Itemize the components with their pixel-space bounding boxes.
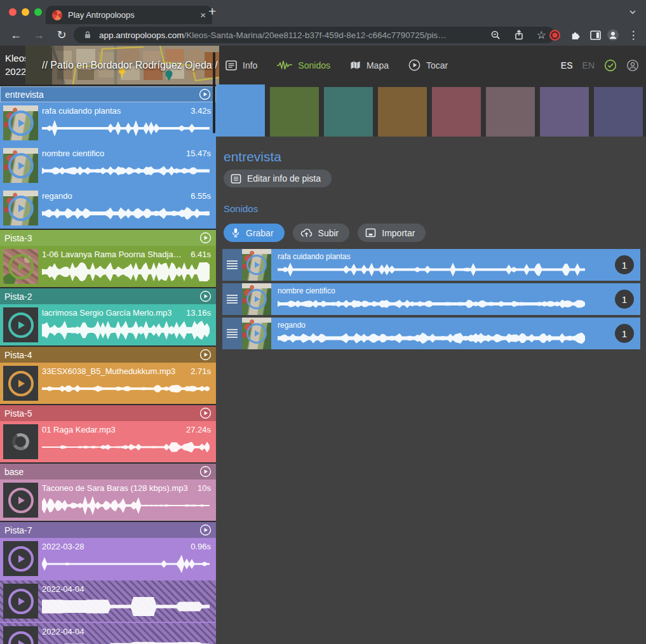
sound-waveform[interactable] bbox=[42, 596, 211, 617]
sound-thumbnail[interactable] bbox=[3, 584, 38, 619]
reload-button[interactable]: ↻ bbox=[53, 24, 70, 46]
close-window-button[interactable] bbox=[9, 8, 17, 16]
drag-handle[interactable] bbox=[222, 283, 242, 315]
track-play-icon[interactable] bbox=[199, 290, 212, 302]
browser-menu-icon[interactable]: ⋮ bbox=[626, 24, 640, 46]
sound-waveform[interactable] bbox=[42, 379, 211, 399]
track-play-icon[interactable] bbox=[199, 466, 212, 478]
track-play-icon[interactable] bbox=[199, 407, 212, 419]
track-header[interactable]: Pista-2 bbox=[0, 288, 216, 304]
track-play-icon[interactable] bbox=[199, 349, 212, 361]
play-overlay[interactable] bbox=[3, 191, 38, 225]
track-play-icon[interactable] bbox=[199, 232, 212, 244]
sound-waveform[interactable] bbox=[42, 118, 211, 138]
sound-item[interactable]: Taconeo de Sara Baras (128 kbps).mp3 10s bbox=[0, 480, 216, 521]
tab-mapa[interactable]: Mapa bbox=[350, 60, 389, 70]
drag-handle[interactable] bbox=[222, 249, 242, 281]
track-color-tab-3[interactable] bbox=[324, 87, 373, 137]
sound-waveform[interactable] bbox=[42, 161, 211, 181]
sound-thumbnail[interactable] bbox=[3, 307, 38, 342]
sound-waveform[interactable] bbox=[42, 262, 211, 282]
drag-handle[interactable] bbox=[222, 318, 242, 349]
play-overlay[interactable] bbox=[3, 366, 38, 401]
track-play-icon[interactable] bbox=[199, 524, 212, 536]
sidebar-scrollbar[interactable] bbox=[213, 52, 215, 133]
share-icon[interactable] bbox=[514, 29, 524, 41]
play-overlay[interactable] bbox=[3, 483, 38, 518]
sound-item[interactable]: 2022-04-04 bbox=[0, 623, 216, 644]
tab-search-chevron-icon[interactable] bbox=[629, 10, 636, 15]
edit-track-info-button[interactable]: Editar info de pista bbox=[224, 170, 332, 187]
sound-item[interactable]: rafa cuidando plantas 3.42s bbox=[0, 102, 216, 144]
sound-item[interactable]: regando 6.55s bbox=[0, 187, 216, 229]
sound-item[interactable]: nombre cientifico 15.47s bbox=[0, 145, 216, 186]
tab-tocar[interactable]: Tocar bbox=[408, 59, 448, 71]
play-overlay[interactable] bbox=[3, 626, 38, 644]
sound-thumbnail[interactable] bbox=[242, 249, 271, 281]
new-tab-button[interactable]: + bbox=[208, 4, 216, 19]
play-overlay[interactable] bbox=[3, 584, 38, 619]
sound-thumbnail[interactable] bbox=[3, 191, 38, 225]
sound-row[interactable]: nombre cientifico 1 bbox=[222, 283, 640, 315]
play-overlay[interactable] bbox=[3, 105, 38, 140]
sound-item[interactable]: 2022-04-04 bbox=[0, 580, 216, 622]
browser-tab[interactable]: Play Antropoloops × bbox=[46, 6, 212, 24]
language-es-button[interactable]: ES bbox=[561, 60, 573, 70]
map-thumbnail[interactable]: // Patio en Bordador Rodríguez Ojeda / R… bbox=[25, 46, 219, 84]
sound-thumbnail[interactable] bbox=[242, 318, 271, 349]
play-overlay[interactable] bbox=[3, 148, 38, 183]
tab-sonidos[interactable]: Sonidos bbox=[277, 60, 330, 70]
sound-waveform[interactable] bbox=[42, 203, 211, 224]
track-color-tab-6[interactable] bbox=[486, 87, 535, 137]
track-header[interactable]: Pista-3 bbox=[0, 230, 216, 246]
track-header[interactable]: Pista-7 bbox=[0, 522, 216, 538]
upload-button[interactable]: Subir bbox=[293, 224, 350, 242]
play-overlay[interactable] bbox=[3, 307, 38, 342]
sound-item[interactable]: 1-06 Lavanya Rama Poorna Shadjam Rupak… … bbox=[0, 246, 216, 287]
address-bar[interactable]: app.antropoloops.com/Kleos-Santa-Marina/… bbox=[74, 27, 555, 43]
side-panel-icon[interactable] bbox=[587, 24, 603, 46]
sound-waveform[interactable] bbox=[278, 295, 586, 312]
sound-thumbnail[interactable] bbox=[3, 249, 38, 284]
sound-item[interactable]: 33ESX6038_B5_Muthedukkum.mp3 2.71s bbox=[0, 363, 216, 404]
sound-waveform[interactable] bbox=[42, 320, 211, 340]
record-extension-icon[interactable] bbox=[546, 24, 563, 46]
sound-item[interactable]: lacrimosa Sergio García Merlo.mp3 13.16s bbox=[0, 304, 216, 345]
sound-thumbnail[interactable] bbox=[3, 424, 38, 459]
sound-thumbnail[interactable] bbox=[3, 148, 38, 183]
sound-waveform[interactable] bbox=[278, 330, 586, 347]
back-button[interactable]: ← bbox=[8, 24, 24, 46]
track-color-tab-5[interactable] bbox=[432, 87, 481, 137]
zoom-icon[interactable] bbox=[490, 30, 501, 41]
profile-avatar[interactable] bbox=[605, 24, 621, 46]
sound-thumbnail[interactable] bbox=[3, 105, 38, 140]
track-color-tab-4[interactable] bbox=[378, 87, 427, 137]
minimize-window-button[interactable] bbox=[22, 8, 29, 16]
sound-row[interactable]: rafa cuidando plantas 1 bbox=[222, 249, 640, 281]
play-overlay[interactable] bbox=[3, 249, 38, 284]
zoom-window-button[interactable] bbox=[34, 8, 42, 16]
sound-waveform[interactable] bbox=[42, 554, 211, 574]
import-button[interactable]: Importar bbox=[358, 224, 426, 242]
sound-waveform[interactable] bbox=[278, 261, 586, 278]
sound-thumbnail[interactable] bbox=[3, 626, 38, 644]
tab-close-icon[interactable]: × bbox=[200, 10, 206, 20]
sound-thumbnail[interactable] bbox=[3, 483, 38, 518]
track-color-tab-1[interactable] bbox=[216, 84, 265, 137]
sound-waveform[interactable] bbox=[42, 639, 211, 644]
bookmark-star-icon[interactable]: ☆ bbox=[537, 29, 546, 42]
track-header[interactable]: Pista-5 bbox=[0, 405, 216, 421]
track-color-tab-8[interactable] bbox=[594, 87, 643, 137]
track-play-icon[interactable] bbox=[199, 88, 211, 100]
track-header[interactable]: Pista-4 bbox=[0, 347, 216, 363]
track-color-tab-2[interactable] bbox=[270, 87, 319, 137]
sound-item[interactable]: 01 Raga Kedar.mp3 27.24s bbox=[0, 421, 216, 462]
track-header[interactable]: base bbox=[0, 464, 216, 480]
track-header[interactable]: entrevista bbox=[0, 86, 216, 102]
record-button[interactable]: Grabar bbox=[224, 224, 285, 242]
sync-check-icon[interactable] bbox=[604, 59, 617, 72]
sound-thumbnail[interactable] bbox=[242, 283, 271, 315]
play-overlay[interactable] bbox=[242, 249, 271, 281]
sound-item[interactable]: 2022-03-28 0.96s bbox=[0, 538, 216, 579]
track-color-tab-7[interactable] bbox=[540, 87, 589, 137]
